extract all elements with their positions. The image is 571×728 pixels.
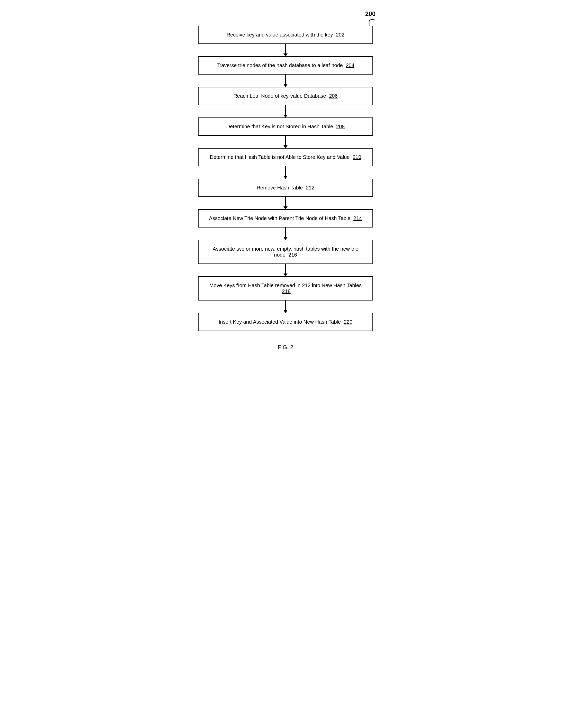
step-text-218: Move Keys from Hash Table removed in 212… <box>209 283 362 288</box>
box-220: Insert Key and Associated Value into New… <box>198 313 373 331</box>
arrow-216 <box>285 264 286 276</box>
step-text-206: Reach Leaf Node of key-value Database <box>233 93 327 99</box>
box-214: Associate New Trie Node with Parent Trie… <box>198 209 373 228</box>
arrow-206 <box>285 105 286 118</box>
flowchart: Receive key and value associated with th… <box>193 26 378 331</box>
arrow-202 <box>285 44 286 56</box>
step-num-208: 208 <box>336 124 345 129</box>
box-202: Receive key and value associated with th… <box>198 26 373 44</box>
box-206: Reach Leaf Node of key-value Database 20… <box>198 87 373 105</box>
arrow-204 <box>285 75 286 87</box>
step-text-210: Determine that Hash Table is not Able to… <box>210 154 351 160</box>
box-218: Move Keys from Hash Table removed in 212… <box>198 276 373 300</box>
arrow-218 <box>285 300 286 313</box>
box-210: Determine that Hash Table is not Able to… <box>198 148 373 166</box>
step-num-206: 206 <box>329 93 337 99</box>
step-num-220: 220 <box>344 319 352 325</box>
step-num-202: 202 <box>336 32 344 37</box>
arrow-208 <box>285 136 286 148</box>
step-text-216: Associate two or more new, empty, hash t… <box>213 246 359 258</box>
figure-caption: FIG. 2 <box>193 344 378 350</box>
box-216: Associate two or more new, empty, hash t… <box>198 240 373 264</box>
arrow-212 <box>285 197 286 209</box>
page-container: 200 Receive key and value associated wit… <box>193 10 378 350</box>
step-num-216: 216 <box>288 252 297 258</box>
step-text-212: Remove Hash Table <box>257 185 304 190</box>
step-num-210: 210 <box>353 154 361 160</box>
box-208: Determine that Key is not Stored in Hash… <box>198 118 373 136</box>
arrow-214 <box>285 228 286 240</box>
step-num-212: 212 <box>306 185 314 190</box>
step-num-204: 204 <box>346 62 354 68</box>
step-num-218: 218 <box>282 288 291 294</box>
step-text-220: Insert Key and Associated Value into New… <box>219 319 342 325</box>
arrow-210 <box>285 166 286 179</box>
box-204: Traverse trie nodes of the hash database… <box>198 56 373 75</box>
box-212: Remove Hash Table 212 <box>198 179 373 197</box>
step-text-202: Receive key and value associated with th… <box>227 32 334 37</box>
figure-number: 200 <box>365 10 375 17</box>
step-text-208: Determine that Key is not Stored in Hash… <box>226 124 335 129</box>
step-text-214: Associate New Trie Node with Parent Trie… <box>209 215 352 221</box>
step-text-204: Traverse trie nodes of the hash database… <box>217 62 344 68</box>
step-num-214: 214 <box>353 215 362 221</box>
